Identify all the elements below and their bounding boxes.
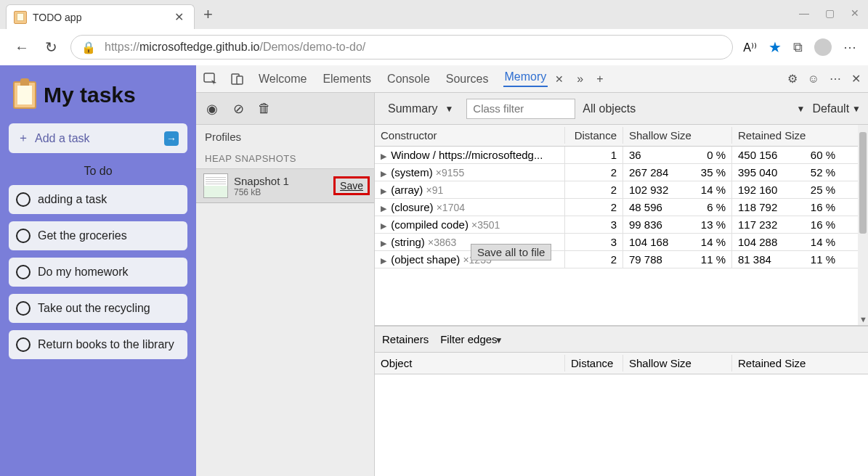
window-controls: — ▢ ✕ xyxy=(799,7,859,19)
filter-edges-dropdown[interactable]: Filter edges ▼ xyxy=(440,333,503,345)
scroll-down-icon[interactable]: ▼ xyxy=(859,315,867,324)
url-prefix: https:// xyxy=(105,41,139,54)
retainers-label[interactable]: Retainers xyxy=(382,333,429,345)
chevron-down-icon: ▼ xyxy=(495,335,503,345)
tab-close-icon[interactable]: ✕ xyxy=(555,73,564,85)
checkbox-icon[interactable] xyxy=(16,192,31,207)
grid-row[interactable]: ▶ Window / https://microsoftedg... 1360 … xyxy=(375,147,868,164)
expand-icon[interactable]: ▶ xyxy=(381,169,386,178)
grid-row[interactable]: ▶ (closure) ×1704248 5966 %118 79216 % xyxy=(375,199,868,216)
todo-header: To do xyxy=(9,165,187,178)
task-item[interactable]: Get the groceries xyxy=(9,221,187,250)
clear-icon[interactable]: ⊘ xyxy=(231,102,246,116)
app-title-row: My tasks xyxy=(13,81,183,109)
default-label: Default xyxy=(812,102,849,115)
refresh-icon[interactable]: ↻ xyxy=(42,36,60,59)
class-filter-input[interactable] xyxy=(466,99,575,119)
add-task-label: Add a task xyxy=(35,132,90,145)
checkbox-icon[interactable] xyxy=(16,301,31,316)
rcol-retained[interactable]: Retained Size xyxy=(732,355,841,372)
more-icon[interactable]: ⋯ xyxy=(830,72,841,86)
maximize-icon[interactable]: ▢ xyxy=(825,7,835,19)
devtools-tab-memory[interactable]: Memory xyxy=(503,70,548,87)
expand-icon[interactable]: ▶ xyxy=(381,239,386,247)
browser-chrome: TODO app ✕ + ← ↻ 🔒 https:// microsoftedg… xyxy=(0,0,868,65)
devtools-tab-elements[interactable]: Elements xyxy=(321,73,373,86)
record-icon[interactable]: ◉ xyxy=(205,102,219,116)
task-item[interactable]: Return books to the library xyxy=(9,330,187,359)
checkbox-icon[interactable] xyxy=(16,265,31,279)
save-button[interactable]: Save xyxy=(333,176,370,195)
rcol-distance[interactable]: Distance xyxy=(565,355,623,372)
all-objects-dropdown[interactable]: All objects xyxy=(583,102,789,115)
grid-row[interactable]: ▶ (object shape) ×1235279 78811 %81 3841… xyxy=(375,251,868,268)
task-item[interactable]: adding a task xyxy=(9,185,187,214)
expand-icon[interactable]: ▶ xyxy=(381,186,386,195)
snapshot-size: 756 kB xyxy=(234,187,289,197)
summary-dropdown[interactable]: Summary ▼ xyxy=(382,99,459,118)
feedback-icon[interactable]: ☺ xyxy=(808,73,819,86)
col-constructor[interactable]: Constructor xyxy=(375,127,565,144)
more-icon[interactable]: ⋯ xyxy=(843,39,856,55)
filter-bar: Summary ▼ All objects ▼ Default ▼ xyxy=(375,93,868,125)
submit-arrow-icon[interactable]: → xyxy=(164,131,179,146)
expand-icon[interactable]: ▶ xyxy=(381,221,386,230)
task-text: Take out the recycling xyxy=(38,302,150,315)
snapshot-icon xyxy=(203,173,228,198)
devtools-tab-welcome[interactable]: Welcome xyxy=(257,73,308,86)
app-title: My tasks xyxy=(44,83,136,107)
settings-icon[interactable]: ⚙ xyxy=(787,72,798,86)
grid-row[interactable]: ▶ (array) ×912102 93214 %192 16025 % xyxy=(375,181,868,199)
task-item[interactable]: Take out the recycling xyxy=(9,294,187,323)
checkbox-icon[interactable] xyxy=(16,229,31,243)
url-path: /Demos/demo-to-do/ xyxy=(259,41,365,54)
tabs-overflow-icon[interactable]: » xyxy=(577,73,583,86)
constructor-grid: Constructor Distance Shallow Size Retain… xyxy=(375,125,868,325)
expand-icon[interactable]: ▶ xyxy=(381,256,386,265)
favorite-icon[interactable]: ★ xyxy=(768,38,782,56)
expand-icon[interactable]: ▶ xyxy=(381,204,386,213)
chevron-down-icon: ▼ xyxy=(797,104,806,114)
tab-close-icon[interactable]: ✕ xyxy=(171,10,187,24)
default-dropdown[interactable]: Default ▼ xyxy=(812,102,861,115)
task-text: adding a task xyxy=(38,193,107,206)
address-icons: A⁾⁾ ★ ⧉ ⋯ xyxy=(743,38,856,56)
checkbox-icon[interactable] xyxy=(16,337,31,352)
inspect-icon[interactable] xyxy=(203,73,218,86)
col-retained[interactable]: Retained Size xyxy=(732,127,841,144)
read-aloud-icon[interactable]: A⁾⁾ xyxy=(743,41,757,54)
grid-row[interactable]: ▶ (string) ×38633104 16814 %104 28814 % xyxy=(375,234,868,251)
url-box[interactable]: 🔒 https:// microsoftedge.github.io /Demo… xyxy=(70,35,733,60)
devtools-tab-sources[interactable]: Sources xyxy=(445,73,490,86)
collections-icon[interactable]: ⧉ xyxy=(793,40,803,55)
add-tab-icon[interactable]: + xyxy=(596,73,603,86)
task-text: Get the groceries xyxy=(38,229,127,242)
col-shallow[interactable]: Shallow Size xyxy=(623,127,732,144)
delete-icon[interactable]: 🗑 xyxy=(257,102,272,116)
devtools-tab-console[interactable]: Console xyxy=(386,73,431,86)
rcol-object[interactable]: Object xyxy=(375,355,565,372)
expand-icon[interactable]: ▶ xyxy=(381,152,386,160)
rcol-shallow[interactable]: Shallow Size xyxy=(623,355,732,372)
add-task-button[interactable]: ＋ Add a task → xyxy=(9,123,187,153)
snapshot-item[interactable]: Snapshot 1 756 kB Save xyxy=(196,168,374,203)
task-item[interactable]: Do my homework xyxy=(9,258,187,287)
grid-row[interactable]: ▶ (system) ×91552267 28435 %395 04052 % xyxy=(375,164,868,181)
profile-icon[interactable] xyxy=(814,38,832,56)
device-toggle-icon[interactable] xyxy=(231,73,244,86)
scrollbar[interactable]: ▼ xyxy=(858,125,868,325)
minimize-icon[interactable]: — xyxy=(799,7,809,19)
back-icon[interactable]: ← xyxy=(12,36,32,59)
app-sidebar: My tasks ＋ Add a task → To do adding a t… xyxy=(0,65,196,476)
new-tab-icon[interactable]: + xyxy=(203,5,213,24)
retainers-empty xyxy=(375,374,868,476)
plus-icon: ＋ xyxy=(17,131,29,146)
col-distance[interactable]: Distance xyxy=(565,127,623,144)
close-devtools-icon[interactable]: ✕ xyxy=(851,72,861,86)
close-window-icon[interactable]: ✕ xyxy=(851,7,859,19)
browser-tab[interactable]: TODO app ✕ xyxy=(6,4,195,29)
grid-row[interactable]: ▶ (compiled code) ×3501399 83613 %117 23… xyxy=(375,216,868,234)
chevron-down-icon: ▼ xyxy=(445,104,453,114)
scroll-thumb[interactable] xyxy=(859,132,867,234)
snapshot-name: Snapshot 1 xyxy=(234,175,289,187)
